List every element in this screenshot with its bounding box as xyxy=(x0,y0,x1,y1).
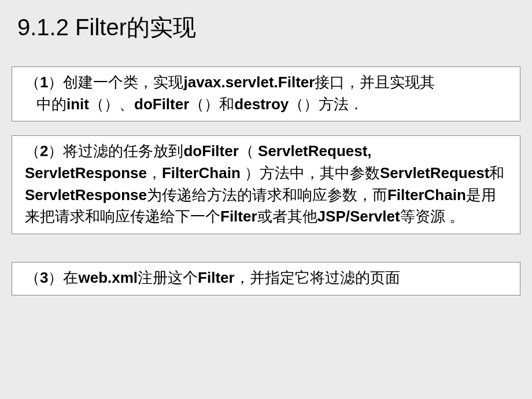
paren-open-2: （ xyxy=(25,142,40,160)
point-1-paren2: （）和 xyxy=(189,95,234,113)
point-2-text2: 为传递给方法的请求和响应参数，而 xyxy=(147,186,387,204)
point-2-text5: 等资源 。 xyxy=(400,208,464,225)
point-3-box: （3）在web.xml注册这个Filter，并指定它将过滤的页面 xyxy=(12,262,520,295)
point-1-line2: 中的init（）、doFilter（）和destroy（）方法． xyxy=(25,94,507,116)
point-1-dofilter: doFilter xyxy=(134,95,189,113)
paren-open-3: （ xyxy=(25,269,40,286)
point-3-webxml: web.xml xyxy=(78,269,138,286)
point-1-number: 1 xyxy=(40,73,48,91)
point-1-interface: javax.servlet.Filter xyxy=(183,73,315,91)
point-1-paren3: （）方法． xyxy=(289,95,364,113)
point-2-and: 和 xyxy=(489,164,504,182)
point-1-box: （1）创建一个类，实现javax.servlet.Filter接口，并且实现其 … xyxy=(12,66,520,121)
point-2-number: 2 xyxy=(40,142,48,160)
point-2-comma: ， xyxy=(147,164,162,182)
point-1-destroy: destroy xyxy=(234,95,289,113)
point-3-text3: ，并指定它将过滤的页面 xyxy=(235,269,400,286)
point-1-paren1: （）、 xyxy=(89,95,134,113)
point-2-box: （2）将过滤的任务放到doFilter（ ServletRequest, Ser… xyxy=(12,135,520,234)
point-2-text1: ）将过滤的任务放到 xyxy=(48,142,183,160)
point-2-servletrequest: ServletRequest xyxy=(380,164,489,182)
point-1-line2a: 中的 xyxy=(36,95,66,113)
paren-open: （ xyxy=(25,73,40,91)
slide-title: 9.1.2 Filter的实现 xyxy=(12,12,520,43)
point-2-paren-open: （ xyxy=(239,142,258,160)
slide: 9.1.2 Filter的实现 （1）创建一个类，实现javax.servlet… xyxy=(0,0,532,399)
point-1-init: init xyxy=(66,95,89,113)
point-2-paren-close: ）方法中，其中参数 xyxy=(245,164,380,182)
point-2-dofilter: doFilter xyxy=(183,142,238,160)
point-3-text1: ）在 xyxy=(48,269,78,286)
point-2-filterchain: FilterChain xyxy=(162,164,245,182)
point-2-servletresponse: ServletResponse xyxy=(25,186,147,204)
point-3-filter: Filter xyxy=(198,269,235,286)
point-1-text2: 接口，并且实现其 xyxy=(315,73,435,91)
point-2-filter: Filter xyxy=(220,208,257,225)
point-1-text1: ）创建一个类，实现 xyxy=(48,73,183,91)
point-2-text4: 或者其他 xyxy=(257,208,317,225)
point-3-number: 3 xyxy=(40,269,48,286)
point-2-jspservlet: JSP/Servlet xyxy=(317,208,400,225)
point-2-filterchain2: FilterChain xyxy=(387,186,466,204)
point-3-text2: 注册这个 xyxy=(138,269,198,286)
